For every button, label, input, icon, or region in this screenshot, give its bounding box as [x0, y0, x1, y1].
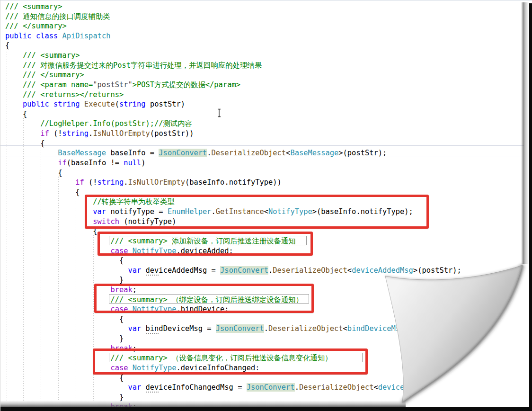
code-line: }: [5, 334, 124, 344]
code-line: {: [5, 314, 124, 324]
page-curl: [332, 214, 532, 411]
code-line: {: [5, 168, 62, 178]
code-line: //LogHelper.Info(postStr);//测试内容: [5, 119, 192, 129]
code-editor-page[interactable]: /// <summary>/// 通知信息的接口调度辅助类/// </summa…: [0, 0, 532, 411]
code-line: {: [5, 41, 9, 51]
code-line: {: [5, 188, 80, 197]
code-line: public string Execute(string postStr): [5, 99, 185, 109]
code-line: /// <param name="postStr">POST方式提交的数据</p…: [5, 80, 240, 90]
ibeam-cursor: [216, 108, 222, 118]
code-line: {: [5, 139, 44, 149]
page-edge-shadow-right: [521, 2, 529, 264]
annotation-box-2: [98, 232, 313, 256]
annotation-box-4: [93, 348, 368, 375]
code-line: public class ApiDispatch: [5, 31, 110, 41]
code-line: {: [5, 226, 98, 236]
code-line: /// <summary>: [5, 51, 80, 61]
code-line: /// </summary>: [5, 21, 67, 31]
frame-border-right: [529, 3, 532, 411]
code-line: if (!string.IsNullOrEmpty(postStr)): [5, 129, 194, 139]
code-line: {: [5, 256, 124, 266]
code-line: if(baseInfo != null): [5, 158, 146, 168]
code-line: /// <summary>: [5, 2, 62, 12]
page-edge-shadow-bottom: [0, 401, 406, 407]
code-line: /// <returns></returns>: [5, 90, 124, 100]
code-line: /// 对微信服务提交过来的Post字符串进行处理，并返回响应的处理结果: [5, 61, 262, 71]
code-line: /// </summary>: [5, 70, 84, 80]
code-line: BaseMessage baseInfo = JsonConvert.Deser…: [5, 148, 387, 158]
code-line: if (!string.IsNullOrEmpty(baseInfo.notif…: [5, 178, 282, 188]
code-line: /// 通知信息的接口调度辅助类: [5, 12, 110, 22]
frame-border-bottom: [0, 407, 532, 411]
annotation-box-3: [94, 284, 314, 313]
code-line: {: [5, 109, 27, 119]
